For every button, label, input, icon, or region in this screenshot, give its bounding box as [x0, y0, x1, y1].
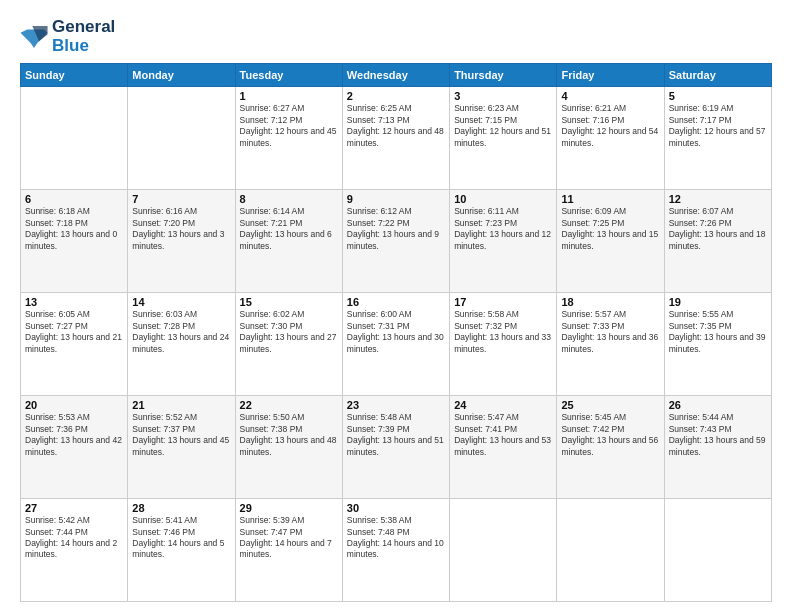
day-cell: 13 Sunrise: 6:05 AMSunset: 7:27 PMDaylig…: [21, 293, 128, 396]
day-info: Sunrise: 5:58 AMSunset: 7:32 PMDaylight:…: [454, 309, 552, 355]
header: General Blue: [20, 18, 772, 55]
day-cell: 20 Sunrise: 5:53 AMSunset: 7:36 PMDaylig…: [21, 396, 128, 499]
day-number: 12: [669, 193, 767, 205]
day-info: Sunrise: 5:53 AMSunset: 7:36 PMDaylight:…: [25, 412, 123, 458]
day-number: 4: [561, 90, 659, 102]
day-number: 3: [454, 90, 552, 102]
week-row-4: 20 Sunrise: 5:53 AMSunset: 7:36 PMDaylig…: [21, 396, 772, 499]
day-info: Sunrise: 5:44 AMSunset: 7:43 PMDaylight:…: [669, 412, 767, 458]
day-number: 30: [347, 502, 445, 514]
day-info: Sunrise: 6:27 AMSunset: 7:12 PMDaylight:…: [240, 103, 338, 149]
logo: General Blue: [20, 18, 115, 55]
day-info: Sunrise: 6:21 AMSunset: 7:16 PMDaylight:…: [561, 103, 659, 149]
day-number: 6: [25, 193, 123, 205]
day-number: 8: [240, 193, 338, 205]
weekday-header-monday: Monday: [128, 64, 235, 87]
day-cell: [557, 499, 664, 602]
day-number: 22: [240, 399, 338, 411]
day-info: Sunrise: 5:39 AMSunset: 7:47 PMDaylight:…: [240, 515, 338, 561]
day-info: Sunrise: 5:50 AMSunset: 7:38 PMDaylight:…: [240, 412, 338, 458]
day-info: Sunrise: 6:14 AMSunset: 7:21 PMDaylight:…: [240, 206, 338, 252]
day-info: Sunrise: 5:52 AMSunset: 7:37 PMDaylight:…: [132, 412, 230, 458]
weekday-header-tuesday: Tuesday: [235, 64, 342, 87]
weekday-header-thursday: Thursday: [450, 64, 557, 87]
day-info: Sunrise: 5:42 AMSunset: 7:44 PMDaylight:…: [25, 515, 123, 561]
day-info: Sunrise: 6:07 AMSunset: 7:26 PMDaylight:…: [669, 206, 767, 252]
day-number: 13: [25, 296, 123, 308]
day-number: 28: [132, 502, 230, 514]
day-number: 1: [240, 90, 338, 102]
day-info: Sunrise: 5:57 AMSunset: 7:33 PMDaylight:…: [561, 309, 659, 355]
weekday-header-row: SundayMondayTuesdayWednesdayThursdayFrid…: [21, 64, 772, 87]
day-cell: 3 Sunrise: 6:23 AMSunset: 7:15 PMDayligh…: [450, 87, 557, 190]
day-info: Sunrise: 5:38 AMSunset: 7:48 PMDaylight:…: [347, 515, 445, 561]
day-cell: 12 Sunrise: 6:07 AMSunset: 7:26 PMDaylig…: [664, 190, 771, 293]
day-cell: 10 Sunrise: 6:11 AMSunset: 7:23 PMDaylig…: [450, 190, 557, 293]
day-info: Sunrise: 6:16 AMSunset: 7:20 PMDaylight:…: [132, 206, 230, 252]
day-number: 7: [132, 193, 230, 205]
day-cell: 18 Sunrise: 5:57 AMSunset: 7:33 PMDaylig…: [557, 293, 664, 396]
day-number: 2: [347, 90, 445, 102]
day-cell: 6 Sunrise: 6:18 AMSunset: 7:18 PMDayligh…: [21, 190, 128, 293]
page: General Blue SundayMondayTuesdayWednesda…: [0, 0, 792, 612]
day-cell: 16 Sunrise: 6:00 AMSunset: 7:31 PMDaylig…: [342, 293, 449, 396]
day-number: 21: [132, 399, 230, 411]
day-number: 25: [561, 399, 659, 411]
week-row-5: 27 Sunrise: 5:42 AMSunset: 7:44 PMDaylig…: [21, 499, 772, 602]
day-cell: 22 Sunrise: 5:50 AMSunset: 7:38 PMDaylig…: [235, 396, 342, 499]
day-number: 26: [669, 399, 767, 411]
day-cell: 19 Sunrise: 5:55 AMSunset: 7:35 PMDaylig…: [664, 293, 771, 396]
day-cell: 11 Sunrise: 6:09 AMSunset: 7:25 PMDaylig…: [557, 190, 664, 293]
day-cell: 29 Sunrise: 5:39 AMSunset: 7:47 PMDaylig…: [235, 499, 342, 602]
day-info: Sunrise: 6:05 AMSunset: 7:27 PMDaylight:…: [25, 309, 123, 355]
day-number: 29: [240, 502, 338, 514]
day-info: Sunrise: 6:00 AMSunset: 7:31 PMDaylight:…: [347, 309, 445, 355]
day-cell: 2 Sunrise: 6:25 AMSunset: 7:13 PMDayligh…: [342, 87, 449, 190]
day-number: 20: [25, 399, 123, 411]
day-cell: 25 Sunrise: 5:45 AMSunset: 7:42 PMDaylig…: [557, 396, 664, 499]
day-info: Sunrise: 6:09 AMSunset: 7:25 PMDaylight:…: [561, 206, 659, 252]
day-number: 17: [454, 296, 552, 308]
day-info: Sunrise: 6:18 AMSunset: 7:18 PMDaylight:…: [25, 206, 123, 252]
day-cell: 17 Sunrise: 5:58 AMSunset: 7:32 PMDaylig…: [450, 293, 557, 396]
logo-text: General Blue: [52, 18, 115, 55]
day-cell: 1 Sunrise: 6:27 AMSunset: 7:12 PMDayligh…: [235, 87, 342, 190]
day-cell: 27 Sunrise: 5:42 AMSunset: 7:44 PMDaylig…: [21, 499, 128, 602]
day-number: 16: [347, 296, 445, 308]
day-number: 5: [669, 90, 767, 102]
day-cell: [21, 87, 128, 190]
day-info: Sunrise: 6:23 AMSunset: 7:15 PMDaylight:…: [454, 103, 552, 149]
day-number: 11: [561, 193, 659, 205]
day-number: 15: [240, 296, 338, 308]
day-number: 10: [454, 193, 552, 205]
day-number: 14: [132, 296, 230, 308]
day-info: Sunrise: 5:55 AMSunset: 7:35 PMDaylight:…: [669, 309, 767, 355]
weekday-header-saturday: Saturday: [664, 64, 771, 87]
day-cell: 26 Sunrise: 5:44 AMSunset: 7:43 PMDaylig…: [664, 396, 771, 499]
day-cell: 23 Sunrise: 5:48 AMSunset: 7:39 PMDaylig…: [342, 396, 449, 499]
day-cell: 4 Sunrise: 6:21 AMSunset: 7:16 PMDayligh…: [557, 87, 664, 190]
day-cell: [128, 87, 235, 190]
day-info: Sunrise: 6:11 AMSunset: 7:23 PMDaylight:…: [454, 206, 552, 252]
day-cell: 14 Sunrise: 6:03 AMSunset: 7:28 PMDaylig…: [128, 293, 235, 396]
day-number: 24: [454, 399, 552, 411]
day-cell: [664, 499, 771, 602]
weekday-header-friday: Friday: [557, 64, 664, 87]
day-info: Sunrise: 5:45 AMSunset: 7:42 PMDaylight:…: [561, 412, 659, 458]
week-row-3: 13 Sunrise: 6:05 AMSunset: 7:27 PMDaylig…: [21, 293, 772, 396]
day-cell: 5 Sunrise: 6:19 AMSunset: 7:17 PMDayligh…: [664, 87, 771, 190]
weekday-header-sunday: Sunday: [21, 64, 128, 87]
calendar-table: SundayMondayTuesdayWednesdayThursdayFrid…: [20, 63, 772, 602]
day-info: Sunrise: 6:12 AMSunset: 7:22 PMDaylight:…: [347, 206, 445, 252]
day-number: 9: [347, 193, 445, 205]
day-info: Sunrise: 6:25 AMSunset: 7:13 PMDaylight:…: [347, 103, 445, 149]
day-cell: 21 Sunrise: 5:52 AMSunset: 7:37 PMDaylig…: [128, 396, 235, 499]
day-cell: 28 Sunrise: 5:41 AMSunset: 7:46 PMDaylig…: [128, 499, 235, 602]
day-number: 23: [347, 399, 445, 411]
day-cell: 24 Sunrise: 5:47 AMSunset: 7:41 PMDaylig…: [450, 396, 557, 499]
day-cell: 30 Sunrise: 5:38 AMSunset: 7:48 PMDaylig…: [342, 499, 449, 602]
weekday-header-wednesday: Wednesday: [342, 64, 449, 87]
day-info: Sunrise: 6:02 AMSunset: 7:30 PMDaylight:…: [240, 309, 338, 355]
day-cell: 9 Sunrise: 6:12 AMSunset: 7:22 PMDayligh…: [342, 190, 449, 293]
day-info: Sunrise: 5:48 AMSunset: 7:39 PMDaylight:…: [347, 412, 445, 458]
